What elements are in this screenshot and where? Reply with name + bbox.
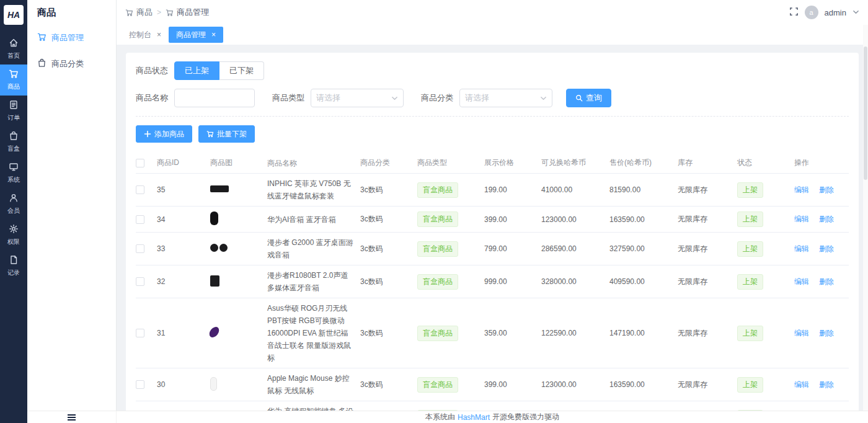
product-id: 35 [157,185,210,194]
product-type: 盲盒商品 [417,182,484,198]
product-name: Apple Magic Mouse 妙控鼠标 无线鼠标 [267,372,360,397]
search-button[interactable]: 查询 [566,89,611,107]
table-actions: 添加商品 批量下架 [136,125,849,143]
sidebar-item-blindbox[interactable]: 盲盒 [0,127,27,158]
tab-bar: 控制台 × 商品管理 × [117,25,868,45]
product-image [210,244,267,254]
product-category-select[interactable]: 请选择 [459,89,552,107]
product-sale: 327590.00 [609,244,678,253]
table-row: 30 Apple Magic Mouse 妙控鼠标 无线鼠标 3c数码 盲盒商品… [136,368,849,401]
product-name-input[interactable] [174,89,255,107]
product-category: 3c数码 [360,328,417,339]
plus-icon [144,130,151,138]
edit-link[interactable]: 编辑 [794,214,809,225]
status-filter-row: 商品状态 已上架 已下架 [136,61,849,80]
product-price: 399.00 [484,215,541,224]
product-id: 33 [157,244,210,253]
delete-link[interactable]: 删除 [819,244,834,254]
fullscreen-icon[interactable] [789,7,799,19]
edit-link[interactable]: 编辑 [794,244,809,254]
sidebar-item-products[interactable]: 商品 [0,65,27,96]
submenu-title: 商品 [27,0,116,25]
delete-link[interactable]: 删除 [819,185,834,195]
breadcrumb-item-products[interactable]: 商品 [125,7,153,18]
type-badge: 盲盒商品 [417,212,458,227]
product-coin: 41000.00 [541,185,609,194]
file-icon [9,255,19,267]
product-status: 上架 [737,326,794,341]
batch-off-shelf-button[interactable]: 批量下架 [198,125,255,143]
delete-link[interactable]: 删除 [819,380,834,390]
row-checkbox[interactable] [136,215,144,224]
edit-link[interactable]: 编辑 [794,380,809,390]
product-stock: 无限库存 [678,244,737,254]
product-coin: 123000.00 [541,380,609,389]
product-type: 盲盒商品 [417,326,484,341]
search-icon [575,94,583,102]
collapse-sidebar-icon[interactable] [68,414,76,421]
sidebar-item-home[interactable]: 首页 [0,33,27,65]
sidebar-item-label: 系统 [7,176,20,184]
delete-link[interactable]: 删除 [819,214,834,225]
breadcrumb-item-product-manage[interactable]: 商品管理 [166,7,209,18]
app-logo[interactable]: HA [4,5,24,25]
category-filter-label: 商品分类 [421,92,453,104]
submenu-item-product-category[interactable]: 商品分类 [27,51,116,77]
product-type: 盲盒商品 [417,274,484,290]
sidebar-item-orders[interactable]: 订单 [0,96,27,127]
product-type-select[interactable]: 请选择 [311,89,404,107]
sidebar-item-system[interactable]: 系统 [0,158,27,189]
scrollbar-thumb[interactable] [864,47,867,180]
row-checkbox[interactable] [136,277,144,286]
table-body: 35 INPHIC 英菲克 V750B 无线蓝牙键盘鼠标套装 3c数码 盲盒商品… [136,174,849,423]
status-on-shelf-button[interactable]: 已上架 [174,61,219,80]
table-row: 32 漫步者R1080BT 2.0声道多媒体蓝牙音箱 3c数码 盲盒商品 999… [136,265,849,298]
add-product-button[interactable]: 添加商品 [136,125,192,143]
submenu-item-product-manage[interactable]: 商品管理 [27,25,116,51]
user-icon [9,193,19,205]
chevron-down-icon[interactable] [852,7,859,18]
delete-link[interactable]: 删除 [819,328,834,339]
product-price: 799.00 [484,244,541,253]
col-header-sale: 售价(哈希币) [609,158,678,168]
product-category: 3c数码 [360,380,417,390]
product-type: 盲盒商品 [417,241,484,257]
footer-bar: 本系统由 HashMart 开源免费版强力驱动 [27,411,868,423]
close-icon[interactable]: × [211,31,216,38]
select-all-checkbox[interactable] [136,159,144,167]
monitor-icon [9,162,19,174]
tab-console[interactable]: 控制台 × [122,27,169,43]
product-image [210,185,267,194]
sidebar-item-permissions[interactable]: 权限 [0,220,27,251]
avatar[interactable]: a [805,6,818,19]
edit-link[interactable]: 编辑 [794,328,809,339]
tab-product-manage[interactable]: 商品管理 × [169,27,223,43]
type-badge: 盲盒商品 [417,274,458,290]
sidebar-item-members[interactable]: 会员 [0,189,27,220]
status-badge: 上架 [737,274,763,290]
edit-link[interactable]: 编辑 [794,185,809,195]
product-category: 3c数码 [360,277,417,287]
col-header-status: 状态 [737,158,794,168]
hashmart-link[interactable]: HashMart [458,413,490,422]
sidebar-item-records[interactable]: 记录 [0,251,27,282]
product-price: 359.00 [484,329,541,337]
row-checkbox[interactable] [136,185,144,194]
gear-icon [9,224,19,236]
row-checkbox[interactable] [136,244,144,253]
row-checkbox[interactable] [136,329,144,337]
close-icon[interactable]: × [157,31,161,38]
status-off-shelf-button[interactable]: 已下架 [219,61,264,80]
sidebar-item-label: 订单 [7,114,20,122]
product-category: 3c数码 [360,244,417,254]
edit-link[interactable]: 编辑 [794,277,809,287]
row-checkbox[interactable] [136,380,144,389]
cart-icon [37,32,46,43]
username[interactable]: admin [825,8,846,17]
table-row: 34 华为AI音箱 蓝牙音箱 3c数码 盲盒商品 399.00 123000.0… [136,207,849,233]
row-actions: 编辑 删除 [794,328,854,339]
product-coin: 286590.00 [541,244,609,253]
submenu-item-label: 商品分类 [51,58,84,69]
delete-link[interactable]: 删除 [819,277,834,287]
scrollbar-track[interactable] [863,25,868,411]
